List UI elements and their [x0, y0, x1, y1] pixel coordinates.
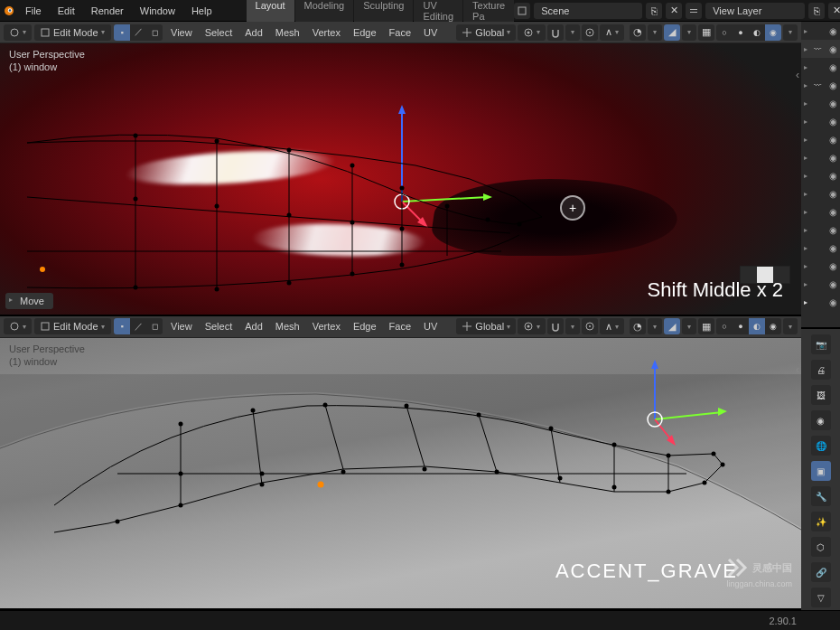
menu-select[interactable]: Select — [200, 24, 238, 41]
menu-view[interactable]: View — [165, 318, 198, 334]
scene-browse-icon[interactable] — [514, 3, 530, 19]
prop-viewlayer-icon[interactable]: 🖼 — [811, 385, 831, 405]
menu-face[interactable]: Face — [384, 318, 416, 334]
editor-type-dropdown[interactable]: ▾ — [4, 318, 32, 334]
shading-dropdown[interactable]: ▾ — [783, 24, 798, 41]
menu-add[interactable]: Add — [239, 24, 268, 41]
orientation-dropdown[interactable]: Global▾ — [456, 318, 516, 334]
snap-type-dropdown[interactable]: ▾ — [565, 318, 580, 334]
layer-delete-icon[interactable]: ✕ — [828, 3, 840, 19]
visibility-eye-icon[interactable]: ◉ — [829, 261, 837, 271]
menu-window[interactable]: Window — [133, 3, 182, 19]
outliner-panel[interactable]: ▸◉ ▸〰◉ ▸◉ ▸〰◉ ▸◉ ▸◉ ▸◉ ▸◉ ▸◉ ▸◉ ▸◉ ▸◉ ▸◉… — [801, 22, 840, 329]
gizmo-options-dropdown[interactable]: ▾ — [648, 318, 662, 334]
visibility-eye-icon[interactable]: ◉ — [829, 171, 837, 181]
pivot-dropdown[interactable]: ▾ — [518, 318, 546, 334]
shading-dropdown[interactable]: ▾ — [783, 318, 798, 334]
proportional-type-dropdown[interactable]: ∧▾ — [600, 24, 624, 41]
xray-toggle-icon[interactable]: ▦ — [698, 318, 714, 334]
visibility-eye-icon[interactable]: ◉ — [829, 44, 837, 54]
scene-name-field[interactable]: Scene — [534, 3, 642, 19]
menu-vertex[interactable]: Vertex — [307, 318, 346, 334]
editor-type-dropdown[interactable]: ▾ — [4, 24, 32, 41]
tab-layout[interactable]: Layout — [247, 0, 294, 24]
tab-modeling[interactable]: Modeling — [295, 0, 354, 24]
visibility-eye-icon[interactable]: ◉ — [829, 225, 837, 235]
snap-type-dropdown[interactable]: ▾ — [565, 24, 580, 41]
prop-scene-icon[interactable]: ◉ — [811, 410, 831, 430]
scene-delete-icon[interactable]: ✕ — [666, 3, 682, 19]
mode-dropdown[interactable]: Edit Mode▾ — [34, 318, 111, 334]
visibility-eye-icon[interactable]: ◉ — [829, 62, 837, 72]
menu-render[interactable]: Render — [84, 3, 131, 19]
menu-view[interactable]: View — [165, 24, 198, 41]
viewport-canvas-bottom[interactable]: ‹ User Perspective (1) window — [0, 338, 801, 609]
select-vertex-icon[interactable]: ▪ — [114, 318, 130, 334]
overlays-toggle-icon[interactable]: ◢ — [664, 318, 680, 334]
npanel-collapse-icon[interactable]: ‹ — [796, 363, 799, 376]
menu-edit[interactable]: Edit — [51, 3, 82, 19]
mode-dropdown[interactable]: Edit Mode▾ — [34, 24, 111, 41]
menu-vertex[interactable]: Vertex — [307, 24, 346, 41]
select-edge-icon[interactable]: ／ — [130, 24, 146, 41]
layer-browse-icon[interactable] — [686, 3, 702, 19]
orientation-dropdown[interactable]: Global▾ — [456, 24, 516, 41]
gizmo-visibility-icon[interactable]: ◔ — [630, 24, 646, 41]
snap-toggle-icon[interactable] — [547, 318, 564, 334]
menu-uv[interactable]: UV — [418, 318, 443, 334]
last-operator-panel[interactable]: Move — [5, 293, 53, 309]
menu-edge[interactable]: Edge — [348, 24, 382, 41]
menu-add[interactable]: Add — [239, 318, 268, 334]
viewlayer-name-field[interactable]: View Layer — [705, 3, 805, 19]
visibility-eye-icon[interactable]: ◉ — [829, 117, 837, 127]
menu-edge[interactable]: Edge — [348, 318, 382, 334]
visibility-eye-icon[interactable]: ◉ — [829, 99, 837, 108]
prop-object-icon[interactable]: ▣ — [811, 461, 831, 481]
scene-new-icon[interactable]: ⎘ — [646, 3, 662, 19]
select-face-icon[interactable]: ◻ — [146, 24, 163, 41]
prop-render-icon[interactable]: 📷 — [811, 334, 831, 354]
prop-constraint-icon[interactable]: 🔗 — [811, 562, 831, 582]
proportional-toggle-icon[interactable] — [582, 318, 598, 334]
shade-wire-icon[interactable]: ○ — [716, 24, 733, 41]
visibility-eye-icon[interactable]: ◉ — [829, 26, 837, 36]
select-face-icon[interactable]: ◻ — [146, 318, 163, 334]
menu-select[interactable]: Select — [200, 318, 238, 334]
menu-mesh[interactable]: Mesh — [270, 24, 305, 41]
gizmo-visibility-icon[interactable]: ◔ — [630, 318, 646, 334]
select-edge-icon[interactable]: ／ — [130, 318, 146, 334]
snap-toggle-icon[interactable] — [547, 24, 564, 41]
tab-uvediting[interactable]: UV Editing — [414, 0, 462, 24]
prop-mesh-icon[interactable]: ▽ — [811, 588, 831, 607]
layer-new-icon[interactable]: ⎘ — [808, 3, 825, 19]
menu-uv[interactable]: UV — [418, 24, 443, 41]
prop-physics-icon[interactable]: ⬡ — [811, 537, 831, 557]
select-vertex-icon[interactable]: ▪ — [114, 24, 130, 41]
tab-texturepaint[interactable]: Texture Pa — [463, 0, 514, 24]
proportional-type-dropdown[interactable]: ∧▾ — [600, 318, 624, 334]
shade-solid-icon[interactable]: ● — [733, 24, 749, 41]
visibility-eye-icon[interactable]: ◉ — [829, 297, 837, 307]
proportional-toggle-icon[interactable] — [582, 24, 598, 41]
npanel-collapse-icon[interactable]: ‹ — [796, 69, 799, 81]
visibility-eye-icon[interactable]: ◉ — [829, 153, 837, 163]
viewport-canvas-top[interactable]: ‹ User Perspective (1) window — [0, 43, 801, 315]
tab-sculpting[interactable]: Sculpting — [354, 0, 413, 24]
shade-matprev-icon[interactable]: ◐ — [749, 24, 765, 41]
gizmo-options-dropdown[interactable]: ▾ — [648, 24, 662, 41]
menu-file[interactable]: File — [18, 3, 49, 19]
visibility-eye-icon[interactable]: ◉ — [829, 80, 837, 90]
visibility-eye-icon[interactable]: ◉ — [829, 279, 837, 289]
shade-wire-icon[interactable]: ○ — [716, 318, 733, 334]
menu-help[interactable]: Help — [184, 3, 219, 19]
pivot-dropdown[interactable]: ▾ — [518, 24, 546, 41]
overlays-dropdown[interactable]: ▾ — [682, 318, 696, 334]
shade-rendered-icon[interactable]: ◉ — [765, 318, 781, 334]
transform-gizmo[interactable] — [614, 356, 732, 465]
prop-modifier-icon[interactable]: 🔧 — [811, 486, 831, 506]
blender-logo-icon[interactable] — [4, 2, 14, 20]
menu-face[interactable]: Face — [384, 24, 416, 41]
prop-world-icon[interactable]: 🌐 — [811, 436, 831, 456]
overlays-toggle-icon[interactable]: ◢ — [664, 24, 680, 41]
visibility-eye-icon[interactable]: ◉ — [829, 243, 837, 253]
